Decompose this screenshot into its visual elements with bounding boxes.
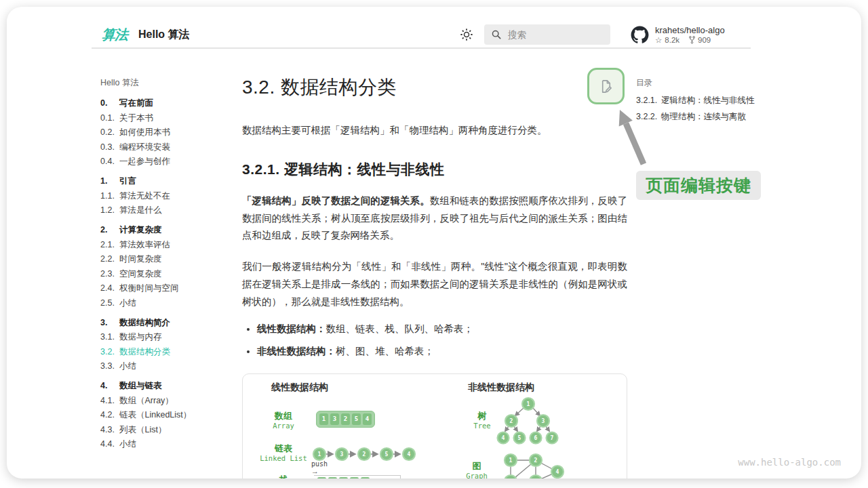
sidebar-item-4-3[interactable]: 4.3.列表（List） <box>100 425 236 435</box>
star-count: 8.2k <box>665 35 679 45</box>
stack-label: 栈 Stack <box>251 474 316 479</box>
fork-count: 909 <box>698 35 711 45</box>
structure-list: 线性数据结构：数组、链表、栈、队列、哈希表； 非线性数据结构：树、图、堆、哈希表… <box>242 321 627 360</box>
github-repo-link[interactable]: krahets/hello-algo ☆ 8.2k 909 <box>631 25 725 45</box>
sidebar-item-4-2[interactable]: 4.2.链表（LinkedList） <box>100 410 236 420</box>
svg-text:2: 2 <box>534 458 538 464</box>
toc-title: 目录 <box>636 77 758 89</box>
annotation-label: 页面编辑按键 <box>636 171 761 200</box>
svg-text:5: 5 <box>385 451 389 458</box>
svg-text:2: 2 <box>363 451 366 458</box>
watermark: www.hello-algo.com <box>738 457 841 468</box>
svg-text:4: 4 <box>556 469 559 475</box>
sidebar-item-4-4[interactable]: 4.4.小结 <box>100 439 236 449</box>
svg-text:1: 1 <box>318 451 321 458</box>
app-window: 算法 Hello 算法 krahets/hello-algo <box>7 7 861 479</box>
annotation-arrow-icon <box>604 102 658 173</box>
sidebar-item-2-2[interactable]: 2.2.时间复杂度 <box>100 254 236 264</box>
sidebar-item-2-4[interactable]: 2.4.权衡时间与空间 <box>100 283 236 293</box>
section-title: 3.2.1. 逻辑结构：线性与非线性 <box>242 160 627 179</box>
header-left: 算法 Hello 算法 <box>102 23 190 46</box>
github-repo-name: krahets/hello-algo <box>655 25 725 35</box>
data-structure-figure: 线性数据结构 非线性数据结构 数组 Array 1 3 2 5 4 链表 Lin… <box>242 373 627 479</box>
svg-text:6: 6 <box>534 435 538 441</box>
edit-file-icon <box>598 79 614 94</box>
sidebar-item-1[interactable]: 1.引言 <box>100 176 236 186</box>
svg-text:3: 3 <box>340 451 344 458</box>
site-title[interactable]: Hello 算法 <box>138 28 190 42</box>
sidebar-item-4-1[interactable]: 4.1.数组（Array） <box>100 396 236 406</box>
sidebar-item-0-4[interactable]: 0.4.一起参与创作 <box>100 157 236 167</box>
fork-icon <box>689 36 695 44</box>
svg-text:2: 2 <box>510 418 513 424</box>
logic-structure-paragraph: 「逻辑结构」反映了数据之间的逻辑关系。数组和链表的数据按照顺序依次排列，反映了数… <box>242 192 627 245</box>
sidebar-item-2-5[interactable]: 2.5.小结 <box>100 298 236 308</box>
page-edit-button[interactable] <box>587 68 625 104</box>
github-stats: ☆ 8.2k 909 <box>655 35 725 45</box>
intro-paragraph: 数据结构主要可根据「逻辑结构」和「物理结构」两种角度进行分类。 <box>242 122 627 140</box>
tree-diagram: 1 2 3 4 5 6 7 <box>492 394 574 453</box>
figure-left-title: 线性数据结构 <box>271 382 328 394</box>
sidebar-item-3-2-active[interactable]: 3.2.数据结构分类 <box>100 347 236 357</box>
sidebar-item-1-1[interactable]: 1.1.算法无处不在 <box>100 191 236 201</box>
array-diagram: 1 3 2 5 4 <box>316 411 375 428</box>
graph-diagram: 1 2 4 3 5 <box>500 451 571 479</box>
svg-text:4: 4 <box>502 435 505 441</box>
sidebar-item-1-2[interactable]: 1.2.算法是什么 <box>100 205 236 216</box>
sidebar-item-2-3[interactable]: 2.3.空间复杂度 <box>100 269 236 279</box>
sidebar-item-0-2[interactable]: 0.2.如何使用本书 <box>100 127 236 138</box>
list-item-linear: 线性数据结构：数组、链表、栈、队列、哈希表； <box>257 321 627 338</box>
sidebar-item-3[interactable]: 3.数据结构简介 <box>100 318 236 328</box>
header-right: krahets/hello-algo ☆ 8.2k 909 <box>460 23 725 46</box>
svg-text:4: 4 <box>408 451 411 458</box>
github-icon <box>631 26 649 44</box>
page-title: 3.2. 数据结构分类 <box>242 75 627 100</box>
sidebar-item-0[interactable]: 0.写在前面 <box>100 98 236 108</box>
sidebar-title: Hello 算法 <box>100 77 236 89</box>
sidebar-item-0-3[interactable]: 0.3.编程环境安装 <box>100 142 236 152</box>
svg-text:7: 7 <box>551 435 554 441</box>
sidebar-item-2[interactable]: 2.计算复杂度 <box>100 225 236 235</box>
push-arrow-icon: → <box>311 468 319 474</box>
sidebar-item-2-1[interactable]: 2.1.算法效率评估 <box>100 240 236 250</box>
header-divider <box>92 47 751 49</box>
figure-right-title: 非线性数据结构 <box>468 382 534 394</box>
sidebar-item-3-1[interactable]: 3.1.数据与内存 <box>100 332 236 342</box>
sidebar-nav: Hello 算法 0.写在前面 0.1.关于本书 0.2.如何使用本书 0.3.… <box>100 77 236 454</box>
main-content: 3.2. 数据结构分类 数据结构主要可根据「逻辑结构」和「物理结构」两种角度进行… <box>242 75 627 479</box>
search-input[interactable] <box>508 30 596 40</box>
svg-text:1: 1 <box>509 458 513 464</box>
search-icon <box>491 29 502 40</box>
stack-diagram: 1 3 2 5 4 <box>317 477 370 479</box>
graph-label: 图 Graph <box>444 461 509 479</box>
site-logo-icon[interactable]: 算法 <box>102 26 127 44</box>
svg-text:5: 5 <box>518 435 521 441</box>
svg-text:1: 1 <box>527 401 530 407</box>
theme-toggle-icon[interactable] <box>460 28 473 41</box>
sidebar-item-3-3[interactable]: 3.3.小结 <box>100 361 236 371</box>
svg-text:3: 3 <box>542 418 545 424</box>
sidebar-item-4[interactable]: 4.数组与链表 <box>100 381 236 391</box>
linear-nonlinear-paragraph: 我们一般将逻辑结构分为「线性」和「非线性」两种。"线性"这个概念很直观，即表明数… <box>242 258 627 310</box>
star-icon: ☆ <box>655 35 662 45</box>
sidebar-item-0-1[interactable]: 0.1.关于本书 <box>100 113 236 123</box>
list-item-nonlinear: 非线性数据结构：树、图、堆、哈希表； <box>257 343 627 360</box>
linked-list-label: 链表 Linked List <box>251 443 316 463</box>
search-box[interactable] <box>484 24 610 45</box>
array-label: 数组 Array <box>251 411 316 430</box>
